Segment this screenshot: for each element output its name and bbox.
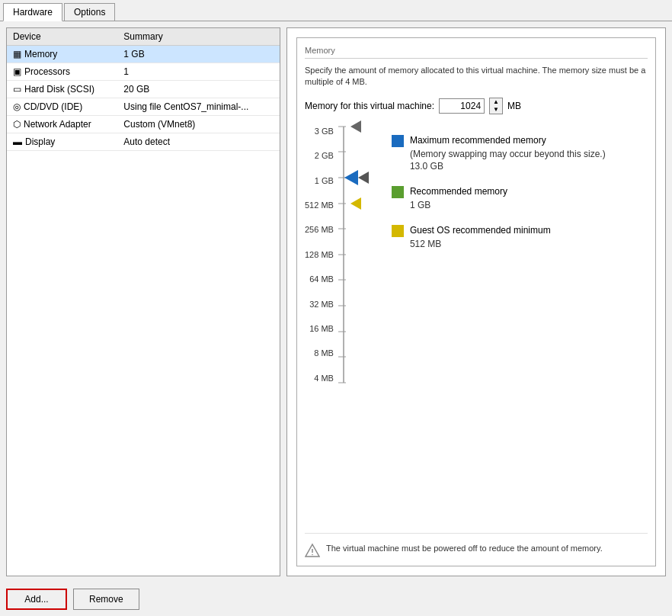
table-row[interactable]: ▬DisplayAuto detect (7, 133, 280, 151)
slider-tick (338, 203, 346, 204)
legend-value: 512 MB (392, 239, 648, 249)
slider-label-item: 1 GB (305, 176, 334, 185)
spinner-up-button[interactable]: ▲ (490, 98, 502, 106)
display-icon: ▬ (13, 136, 22, 147)
device-cell: ▭Hard Disk (SCSI) (7, 81, 117, 98)
slider-current-arrow (344, 170, 358, 185)
legend-section: Guest OS recommended minimum512 MB (392, 224, 648, 249)
table-row[interactable]: ◎CD/DVD (IDE)Using file CentOS7_minimal-… (7, 98, 280, 116)
summary-cell: Auto detect (117, 133, 280, 151)
legend-color-box (392, 135, 404, 147)
device-panel: Device Summary ▦Memory1 GB▣Processors1▭H… (6, 27, 280, 576)
memory-panel: Memory Specify the amount of memory allo… (286, 27, 666, 576)
slider-label-item: 512 MB (305, 201, 334, 210)
slider-tick (338, 305, 346, 306)
bottom-buttons: Add... Remove (0, 582, 672, 616)
memory-unit-label: MB (507, 101, 521, 111)
slider-tick (338, 229, 346, 229)
legend-color-box (392, 186, 404, 198)
slider-tick (338, 280, 346, 281)
warning-icon (305, 543, 320, 558)
slider-label-item: 8 MB (305, 348, 334, 358)
memory-description: Specify the amount of memory allocated t… (305, 65, 648, 88)
device-cell: ▣Processors (7, 63, 117, 81)
cdrom-icon: ◎ (13, 101, 21, 112)
memory-spinner: ▲ ▼ (489, 98, 503, 114)
warning-text: The virtual machine must be powered off … (326, 543, 603, 554)
legend-value: 13.0 GB (392, 161, 648, 172)
network-icon: ⬡ (13, 119, 21, 130)
device-cell: ⬡Network Adapter (7, 116, 117, 133)
harddisk-icon: ▭ (13, 84, 21, 95)
memory-panel-title: Memory (305, 46, 335, 55)
summary-cell: Custom (VMnet8) (117, 116, 280, 133)
slider-arrows (350, 127, 369, 383)
spinner-down-button[interactable]: ▼ (490, 106, 502, 114)
warning-row: The virtual machine must be powered off … (305, 533, 648, 558)
table-row[interactable]: ▣Processors1 (7, 63, 280, 81)
legend-color-box (392, 225, 404, 237)
add-button[interactable]: Add... (6, 589, 67, 610)
col-device: Device (7, 28, 117, 46)
slider-labels: 3 GB2 GB1 GB512 MB256 MB128 MB64 MB32 MB… (305, 127, 338, 383)
slider-track (338, 127, 349, 383)
slider-label-item: 4 MB (305, 374, 334, 383)
legend-value: 1 GB (392, 200, 648, 210)
col-summary: Summary (117, 28, 280, 46)
slider-label-item: 3 GB (305, 127, 334, 136)
legend-label: Recommended memory (410, 185, 507, 198)
slider-tick (338, 331, 346, 332)
legend-section: Maximum recommended memory(Memory swappi… (392, 134, 648, 172)
processor-icon: ▣ (13, 66, 21, 77)
table-row[interactable]: ▦Memory1 GB (7, 46, 280, 63)
remove-button[interactable]: Remove (73, 589, 139, 610)
device-cell: ▦Memory (7, 46, 117, 63)
slider-tick (338, 126, 346, 127)
summary-cell: Using file CentOS7_minimal-... (117, 98, 280, 116)
slider-blue-indicator (358, 172, 369, 184)
slider-arrow-outline (350, 120, 361, 133)
device-table: Device Summary ▦Memory1 GB▣Processors1▭H… (7, 28, 280, 576)
slider-tick (338, 152, 346, 152)
legend-sub: (Memory swapping may occur beyond this s… (392, 149, 648, 159)
legend-label: Maximum recommended memory (410, 134, 546, 147)
summary-cell: 1 GB (117, 46, 280, 63)
slider-tick (338, 254, 346, 255)
slider-label-item: 64 MB (305, 274, 334, 284)
memory-slider-area[interactable]: 3 GB2 GB1 GB512 MB256 MB128 MB64 MB32 MB… (305, 127, 369, 524)
memory-input-label: Memory for this virtual machine: (305, 101, 434, 111)
slider-tick (338, 357, 346, 358)
memory-value-input[interactable] (439, 98, 485, 114)
slider-label-item: 32 MB (305, 300, 334, 309)
slider-label-item: 16 MB (305, 324, 334, 333)
summary-cell: 1 (117, 63, 280, 81)
slider-label-item: 256 MB (305, 225, 334, 234)
svg-point-2 (312, 554, 313, 556)
slider-tick (338, 382, 346, 383)
slider-label-item: 2 GB (305, 151, 334, 160)
device-cell: ◎CD/DVD (IDE) (7, 98, 117, 116)
table-row[interactable]: ▭Hard Disk (SCSI)20 GB (7, 81, 280, 98)
legend-label: Guest OS recommended minimum (410, 224, 551, 237)
slider-yellow-arrow (350, 197, 361, 210)
tab-hardware[interactable]: Hardware (3, 3, 62, 21)
legend-item: Guest OS recommended minimum (392, 224, 648, 237)
table-row[interactable]: ⬡Network AdapterCustom (VMnet8) (7, 116, 280, 133)
memory-icon: ▦ (13, 49, 21, 59)
legend-section: Recommended memory1 GB (392, 185, 648, 210)
slider-label-item: 128 MB (305, 250, 334, 259)
tab-bar: Hardware Options (0, 0, 672, 21)
summary-cell: 20 GB (117, 81, 280, 98)
legend-item: Maximum recommended memory (392, 134, 648, 147)
device-cell: ▬Display (7, 133, 117, 151)
legend-item: Recommended memory (392, 185, 648, 198)
tab-options[interactable]: Options (64, 3, 115, 21)
legend-area: Maximum recommended memory(Memory swappi… (376, 127, 648, 524)
